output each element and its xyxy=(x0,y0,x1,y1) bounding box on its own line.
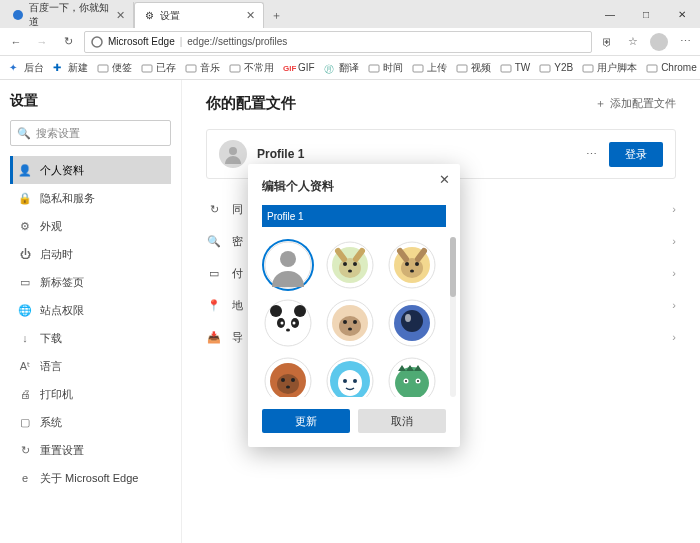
svg-point-58 xyxy=(353,379,357,383)
avatar-option-dog[interactable] xyxy=(326,241,374,289)
svg-point-21 xyxy=(353,262,357,266)
svg-point-22 xyxy=(348,270,352,273)
avatar-option-yeti[interactable] xyxy=(326,357,374,397)
svg-point-42 xyxy=(353,320,357,324)
avatar-option-default[interactable] xyxy=(264,241,312,289)
svg-point-53 xyxy=(286,386,290,389)
svg-point-52 xyxy=(291,378,295,382)
svg-point-27 xyxy=(415,262,419,266)
svg-point-46 xyxy=(401,310,423,332)
svg-point-20 xyxy=(343,262,347,266)
profile-name-input[interactable] xyxy=(262,205,446,227)
svg-point-26 xyxy=(405,262,409,266)
svg-point-36 xyxy=(293,322,296,325)
svg-point-47 xyxy=(405,314,411,322)
svg-point-43 xyxy=(348,328,352,331)
avatar-option-dino[interactable] xyxy=(388,357,436,397)
svg-point-57 xyxy=(343,379,347,383)
svg-point-40 xyxy=(339,316,361,336)
edit-profile-dialog: ✕ 编辑个人资料 更新 取消 xyxy=(248,164,460,447)
svg-point-32 xyxy=(294,305,306,317)
svg-point-35 xyxy=(281,322,284,325)
dialog-close-icon[interactable]: ✕ xyxy=(439,172,450,187)
avatar-scrollbar[interactable] xyxy=(450,237,456,397)
svg-point-28 xyxy=(410,270,414,273)
dialog-title: 编辑个人资料 xyxy=(262,178,446,195)
avatar-option-monkey[interactable] xyxy=(326,299,374,347)
avatar-grid xyxy=(262,237,446,397)
modal-overlay: ✕ 编辑个人资料 更新 取消 xyxy=(0,0,700,543)
avatar-option-cat[interactable] xyxy=(388,241,436,289)
cancel-button[interactable]: 取消 xyxy=(358,409,446,433)
svg-point-16 xyxy=(280,251,296,267)
svg-point-56 xyxy=(338,370,362,396)
avatar-option-gorilla[interactable] xyxy=(264,357,312,397)
svg-point-50 xyxy=(277,374,299,394)
avatar-option-astronaut[interactable] xyxy=(388,299,436,347)
svg-point-41 xyxy=(343,320,347,324)
svg-point-51 xyxy=(281,378,285,382)
svg-point-31 xyxy=(270,305,282,317)
update-button[interactable]: 更新 xyxy=(262,409,350,433)
svg-point-37 xyxy=(286,329,290,332)
svg-point-64 xyxy=(417,380,419,382)
avatar-option-panda[interactable] xyxy=(264,299,312,347)
svg-point-63 xyxy=(405,380,407,382)
